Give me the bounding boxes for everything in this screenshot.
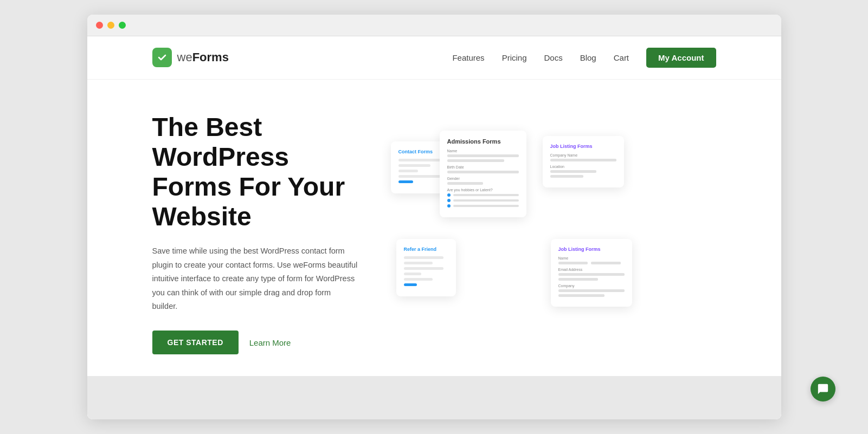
form-input bbox=[558, 273, 625, 276]
job1-form-card: Job Listing Forms Company Name Location bbox=[543, 136, 624, 187]
browser-window: weForms Features Pricing Docs Blog Cart … bbox=[87, 15, 781, 420]
learn-more-link[interactable]: Learn More bbox=[249, 338, 291, 347]
refer-card-title: Refer a Friend bbox=[404, 247, 448, 252]
form-line-blue bbox=[398, 180, 414, 183]
nav-cart[interactable]: Cart bbox=[614, 53, 629, 62]
hero-section: The Best WordPress Forms For Your Websit… bbox=[87, 80, 781, 377]
bullet-dot bbox=[447, 199, 451, 202]
page-content: weForms Features Pricing Docs Blog Cart … bbox=[87, 36, 781, 420]
navbar: weForms Features Pricing Docs Blog Cart … bbox=[87, 36, 781, 80]
form-input bbox=[447, 154, 519, 157]
form-dob-label: Birth Date bbox=[447, 165, 519, 169]
email-label: Email Address bbox=[558, 268, 625, 271]
hero-illustration: Contact Forms Admissions Forms Name Birt… bbox=[391, 131, 716, 336]
admissions-card-title: Admissions Forms bbox=[447, 138, 519, 145]
close-dot[interactable] bbox=[96, 22, 103, 29]
form-hobby-label: Are you hobbies or Latent? bbox=[447, 188, 519, 192]
nav-features[interactable]: Features bbox=[452, 53, 484, 62]
form-input bbox=[550, 175, 583, 178]
get-started-button[interactable]: GET STARTED bbox=[152, 331, 239, 354]
hero-description: Save time while using the best WordPress… bbox=[152, 244, 358, 313]
form-line bbox=[398, 159, 443, 161]
bullet-row bbox=[447, 193, 519, 197]
form-line bbox=[404, 273, 422, 275]
form-line bbox=[404, 262, 433, 264]
form-input bbox=[447, 159, 505, 162]
nav-pricing[interactable]: Pricing bbox=[502, 53, 527, 62]
logo-forms: Forms bbox=[192, 50, 229, 64]
form-line bbox=[398, 164, 431, 167]
bullet-row bbox=[447, 204, 519, 208]
company-label: Company Name bbox=[550, 153, 616, 157]
hero-buttons: GET STARTED Learn More bbox=[152, 331, 358, 354]
form-input bbox=[447, 171, 519, 173]
logo-area[interactable]: weForms bbox=[152, 48, 229, 67]
form-input bbox=[558, 294, 605, 297]
browser-bar bbox=[87, 15, 781, 36]
nav-blog[interactable]: Blog bbox=[580, 53, 596, 62]
admissions-form-card: Admissions Forms Name Birth Date Gender … bbox=[440, 131, 526, 217]
form-input bbox=[447, 182, 483, 185]
location-label: Location bbox=[550, 165, 616, 169]
form-input bbox=[558, 289, 625, 292]
job2-card-title: Job Listing Forms bbox=[558, 247, 625, 252]
form-line bbox=[404, 256, 444, 259]
form-input bbox=[558, 262, 588, 264]
bullet-line bbox=[453, 205, 519, 207]
footer-strip bbox=[87, 376, 781, 419]
form-line bbox=[398, 170, 419, 172]
refer-form-card: Refer a Friend bbox=[396, 239, 456, 296]
name-label: Name bbox=[558, 256, 625, 260]
form-name-label: Name bbox=[447, 149, 519, 153]
form-line bbox=[404, 267, 444, 270]
hero-title: The Best WordPress Forms For Your Websit… bbox=[152, 112, 358, 232]
maximize-dot[interactable] bbox=[119, 22, 126, 29]
form-input bbox=[550, 170, 596, 173]
form-gender-label: Gender bbox=[447, 177, 519, 180]
form-input bbox=[550, 159, 616, 161]
bullet-dot bbox=[447, 204, 451, 208]
bullet-row bbox=[447, 199, 519, 202]
bullet-dot bbox=[447, 193, 451, 197]
form-line-blue bbox=[404, 283, 417, 286]
form-input bbox=[591, 262, 621, 264]
nav-links: Features Pricing Docs Blog Cart My Accou… bbox=[452, 48, 716, 68]
job1-card-title: Job Listing Forms bbox=[550, 144, 616, 149]
bullet-line bbox=[453, 194, 519, 196]
logo-icon bbox=[152, 48, 172, 67]
hero-text: The Best WordPress Forms For Your Websit… bbox=[152, 112, 358, 355]
form-line bbox=[398, 175, 443, 178]
nav-docs[interactable]: Docs bbox=[544, 53, 562, 62]
minimize-dot[interactable] bbox=[107, 22, 114, 29]
chat-bubble-button[interactable] bbox=[811, 377, 835, 401]
company-label-2: Company bbox=[558, 284, 625, 288]
my-account-button[interactable]: My Account bbox=[646, 48, 716, 68]
logo-we: we bbox=[177, 50, 192, 64]
form-line bbox=[404, 278, 433, 281]
bullet-line bbox=[453, 199, 519, 202]
form-input bbox=[558, 278, 598, 281]
logo-text: weForms bbox=[177, 50, 229, 64]
job2-form-card: Job Listing Forms Name Email Address Com… bbox=[551, 239, 632, 307]
chat-icon bbox=[817, 383, 829, 395]
